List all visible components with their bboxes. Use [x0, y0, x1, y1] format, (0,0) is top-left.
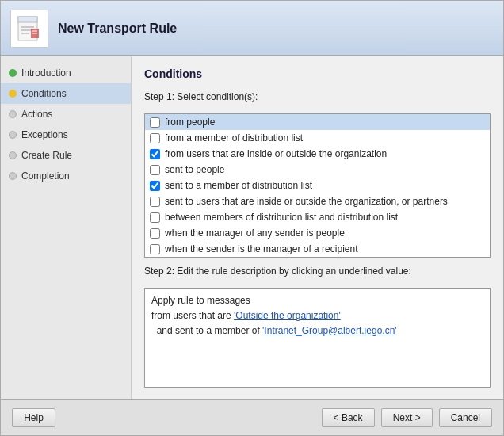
dot-completion — [9, 172, 17, 180]
condition-from-users-inside-outside: from users that are inside or outside th… — [145, 146, 490, 162]
cancel-button[interactable]: Cancel — [439, 408, 492, 427]
window: New Transport Rule Introduction Conditio… — [0, 0, 504, 436]
checkbox-sent-to-users-inside-outside[interactable] — [150, 197, 160, 207]
content-area: Conditions Step 1: Select condition(s): … — [132, 56, 503, 399]
checkbox-from-people[interactable] — [150, 117, 160, 128]
condition-manager-any-sender: when the manager of any sender is people — [145, 225, 490, 241]
sidebar-label-conditions: Conditions — [21, 88, 67, 99]
checkbox-between-members[interactable] — [150, 212, 160, 223]
sidebar: Introduction Conditions Actions Exceptio… — [1, 56, 132, 399]
condition-sender-recipient-ad: if the sender and recipient's AD Attribu… — [145, 257, 490, 258]
checkbox-sent-to-people[interactable] — [150, 165, 160, 175]
condition-sent-to-member-dist: sent to a member of distribution list — [145, 178, 490, 193]
sidebar-label-exceptions: Exceptions — [21, 129, 68, 140]
checkbox-sent-to-member-dist[interactable] — [150, 181, 160, 191]
condition-from-member-dist: from a member of distribution list — [145, 130, 490, 146]
window-title: New Transport Rule — [58, 21, 177, 36]
section-title: Conditions — [144, 67, 491, 80]
sidebar-label-completion: Completion — [21, 170, 70, 182]
condition-between-members: between members of distribution list and… — [145, 209, 490, 225]
label-manager-any-sender: when the manager of any sender is people — [165, 228, 345, 239]
checkbox-from-member-dist[interactable] — [150, 133, 160, 143]
step1-label: Step 1: Select condition(s): — [144, 91, 491, 102]
main-content: Introduction Conditions Actions Exceptio… — [1, 56, 503, 399]
sidebar-item-completion[interactable]: Completion — [1, 166, 131, 186]
condition-sent-to-users-inside-outside: sent to users that are inside or outside… — [145, 193, 490, 209]
dot-create-rule — [9, 151, 17, 159]
rule-line-3: and sent to a member of 'Intranet_Group@… — [151, 323, 483, 338]
help-button[interactable]: Help — [12, 408, 55, 427]
dot-introduction — [9, 69, 17, 77]
rule-description-box: Apply rule to messages from users that a… — [144, 288, 491, 388]
next-button[interactable]: Next > — [381, 408, 433, 427]
checkbox-sender-manager-recipient[interactable] — [150, 244, 160, 254]
title-bar: New Transport Rule — [1, 1, 503, 56]
label-from-people: from people — [165, 117, 215, 128]
checkbox-from-users-inside-outside[interactable] — [150, 149, 160, 159]
condition-from-people[interactable]: from people — [145, 114, 490, 130]
condition-sender-manager-recipient: when the sender is the manager of a reci… — [145, 241, 490, 257]
link-intranet-group[interactable]: 'Intranet_Group@albert.iego.cn' — [262, 325, 397, 336]
sidebar-item-conditions[interactable]: Conditions — [1, 83, 131, 104]
rule-line-2: from users that are 'Outside the organiz… — [151, 308, 483, 323]
label-between-members: between members of distribution list and… — [165, 212, 398, 223]
sidebar-label-introduction: Introduction — [21, 67, 71, 78]
label-sender-manager-recipient: when the sender is the manager of a reci… — [165, 243, 357, 254]
label-sent-to-member-dist: sent to a member of distribution list — [165, 180, 312, 191]
dot-conditions — [9, 90, 17, 98]
footer-nav-buttons: < Back Next > Cancel — [322, 408, 492, 427]
link-outside-org[interactable]: 'Outside the organization' — [234, 310, 341, 321]
dot-exceptions — [9, 131, 17, 139]
window-icon — [10, 10, 48, 48]
conditions-list[interactable]: from people from a member of distributio… — [144, 113, 491, 258]
checkbox-manager-any-sender[interactable] — [150, 228, 160, 239]
label-from-users-inside-outside: from users that are inside or outside th… — [165, 148, 387, 159]
sidebar-label-create-rule: Create Rule — [21, 150, 72, 161]
svg-rect-1 — [18, 17, 37, 22]
rule-line-1: Apply rule to messages — [151, 293, 483, 308]
condition-sent-to-people: sent to people — [145, 162, 490, 178]
footer: Help < Back Next > Cancel — [1, 399, 503, 435]
sidebar-item-introduction[interactable]: Introduction — [1, 63, 131, 83]
sidebar-label-actions: Actions — [21, 109, 52, 120]
label-sent-to-users-inside-outside: sent to users that are inside or outside… — [165, 196, 448, 207]
sidebar-item-actions[interactable]: Actions — [1, 104, 131, 124]
label-sent-to-people: sent to people — [165, 164, 224, 175]
step2-label: Step 2: Edit the rule description by cli… — [144, 266, 491, 277]
label-from-member-dist: from a member of distribution list — [165, 132, 303, 143]
sidebar-item-exceptions[interactable]: Exceptions — [1, 124, 131, 145]
dot-actions — [9, 110, 17, 118]
back-button[interactable]: < Back — [322, 408, 375, 427]
sidebar-item-create-rule[interactable]: Create Rule — [1, 145, 131, 166]
